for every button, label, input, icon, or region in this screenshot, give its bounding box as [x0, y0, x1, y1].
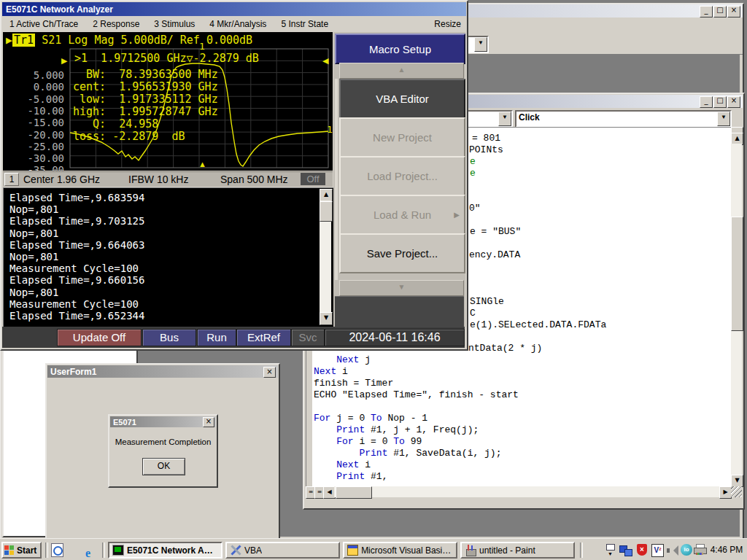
resize-grip[interactable]	[731, 486, 742, 497]
trace-badge: Tr1	[12, 34, 35, 47]
code-line: e	[470, 168, 476, 179]
console-line: Elapsed Time=,9.664063	[9, 239, 144, 251]
code-line: = 801	[472, 133, 500, 144]
menu-item[interactable]: 5 Instr State	[274, 19, 336, 29]
softkey-panel-bottom	[335, 296, 464, 327]
h-scroll-thumb[interactable]	[336, 486, 372, 499]
submenu-arrow-icon: ▶	[454, 211, 460, 219]
marker-number-label: 1	[199, 42, 205, 50]
ok-button[interactable]: OK	[142, 458, 185, 475]
minimize-icon[interactable]: _	[700, 6, 713, 18]
message-dialog: E5071 × Measurement Completion OK	[108, 414, 218, 488]
center-frequency-label: Center 1.96 GHz	[23, 174, 100, 185]
dialog-titlebar: E5071	[110, 416, 216, 427]
vba-app-icon	[230, 545, 241, 556]
h-scroll-track[interactable]	[334, 486, 719, 497]
console-line: Elapsed Time=,9.660156	[9, 274, 144, 286]
io-disc-icon[interactable]: io	[681, 544, 692, 556]
y-axis-tick-label: -15.00	[3, 117, 64, 128]
code-line: 0"	[469, 203, 481, 214]
measurement-line: low: 1.917335112 GHz	[73, 93, 218, 106]
echo-console: Elapsed Time=,9.683594Nop=,801Elapsed Ti…	[3, 187, 334, 327]
scroll-down-icon[interactable]: ▼	[731, 475, 743, 487]
menu-item[interactable]: 1 Active Ch/Trace	[2, 19, 85, 29]
minimize-icon[interactable]: _	[700, 96, 713, 108]
ref-level-arrow-left-icon: ▶	[61, 57, 67, 65]
taskbar-button[interactable]: Microsoft Visual Basic - s...	[343, 542, 457, 559]
y-axis-tick-label: -25.00	[3, 141, 64, 152]
softkey-scroll-up[interactable]: ▲	[339, 63, 464, 79]
code-line: e(1).SELected.DATA.FDATa	[470, 319, 606, 330]
expand-tray-icon[interactable]: ▼	[604, 544, 616, 556]
start-button[interactable]: Start	[1, 542, 42, 559]
softkey-vba-editor[interactable]: VBA Editor	[339, 79, 465, 119]
active-trace-arrow-icon: ▶	[6, 34, 12, 47]
chevron-down-icon[interactable]: ▼	[474, 37, 487, 52]
softkey-load-run[interactable]: Load & Run▶	[339, 195, 465, 235]
menu-item[interactable]: 2 Response	[85, 19, 147, 29]
chevron-down-icon[interactable]: ▼	[717, 112, 730, 126]
measurement-line: cent: 1.956531930 GHz	[73, 81, 218, 93]
procedure-combo[interactable]: Click ▼	[515, 110, 732, 128]
marker-stimulus-arrow-icon: ▲	[198, 160, 206, 168]
code-line: Print #1, j + 1, Freq(j);	[314, 424, 479, 435]
status-toggle[interactable]: Run	[197, 329, 236, 346]
scroll-right-icon[interactable]: ▶	[719, 486, 732, 499]
show-desktop-icon[interactable]	[51, 543, 63, 557]
triangle-up-icon: ▲	[398, 66, 406, 74]
chevron-down-icon[interactable]: ▼	[498, 112, 511, 126]
triangle-down-icon: ▼	[398, 283, 406, 291]
resize-menu-item[interactable]: Resize	[434, 19, 461, 29]
security-shield-icon[interactable]: ×	[637, 544, 647, 556]
measurement-line: BW: 78.39363500 MHz	[73, 69, 218, 81]
status-toggle[interactable]: Bus	[142, 329, 196, 346]
code-line: Print #1, SaveData(i, j);	[314, 448, 501, 459]
v-scroll-thumb[interactable]	[731, 217, 743, 331]
maximize-icon[interactable]: □	[713, 96, 727, 108]
userform-titlebar: UserForm1	[47, 365, 278, 378]
printer-icon[interactable]	[694, 544, 706, 555]
taskbar-button[interactable]: VBA	[225, 542, 340, 559]
softkey-scroll-down[interactable]: ▼	[339, 280, 464, 296]
taskbar-button[interactable]: E5071C Network Anal...	[108, 542, 222, 559]
measurement-line: high: 1.995728747 GHz	[73, 106, 218, 118]
taskbar-button-label: E5071C Network Anal...	[127, 545, 218, 556]
datetime-display: 2024-06-11 16:46	[325, 329, 465, 346]
taskbar-button-label: VBA	[244, 545, 262, 556]
close-icon[interactable]: ×	[727, 6, 740, 18]
close-icon[interactable]: ×	[203, 417, 214, 427]
softkey-save-project[interactable]: Save Project...	[339, 233, 465, 273]
volume-icon[interactable]	[666, 544, 678, 556]
network-icon[interactable]	[619, 544, 632, 556]
code-line: POINts	[469, 144, 503, 155]
softkey-load-project[interactable]: Load Project...	[339, 156, 465, 196]
internet-explorer-icon[interactable]: e	[82, 547, 94, 559]
code-line: Next j	[314, 354, 371, 365]
status-toggle[interactable]: Update Off	[57, 329, 142, 346]
ref-level-arrow-right-icon: ◀	[322, 57, 328, 65]
marker-readout: >1 1.9712500 GHz▽-2.2879 dB	[74, 52, 259, 65]
taskbar-button[interactable]: untitled - Paint	[460, 542, 575, 559]
close-icon[interactable]: ×	[263, 367, 276, 378]
softkey-new-project[interactable]: New Project	[339, 117, 465, 158]
maximize-icon[interactable]: □	[713, 6, 727, 18]
status-toggle[interactable]: ExtRef	[236, 329, 291, 346]
code-line: e = "BUS"	[470, 226, 521, 237]
dialog-message: Measurement Completion	[109, 438, 217, 446]
menu-item[interactable]: 3 Stimulus	[147, 19, 202, 29]
softkey-label: Load Project...	[367, 170, 438, 182]
code-line: Next i	[314, 366, 348, 377]
y-axis-tick-label: -20.00	[3, 129, 64, 141]
console-scroll-thumb[interactable]	[320, 201, 333, 222]
console-line: Elapsed Time=,9.652344	[9, 310, 144, 322]
analyzer-title: E5071C Network Analyzer	[2, 4, 113, 15]
scroll-down-icon[interactable]: ▼	[320, 312, 333, 325]
code-line: ency.DATA	[469, 249, 520, 260]
status-toggle[interactable]: Svc	[291, 329, 325, 346]
analyzer-titlebar: E5071C Network Analyzer	[2, 2, 466, 16]
trace-end-label: 1	[327, 125, 333, 133]
softkey-menu-title: Macro Setup	[335, 34, 465, 64]
menu-item[interactable]: 4 Mkr/Analysis	[202, 19, 274, 29]
close-icon[interactable]: ×	[727, 96, 740, 108]
vnc-icon[interactable]: V²	[651, 544, 664, 557]
